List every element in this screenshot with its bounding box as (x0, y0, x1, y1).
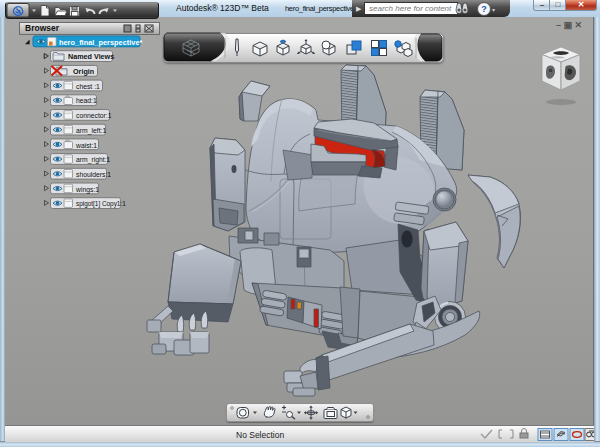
svg-text:hero_final_perspective*: hero_final_perspective* (59, 38, 143, 47)
svg-text:Origin: Origin (73, 67, 94, 76)
svg-text:chest :1: chest :1 (76, 83, 100, 90)
svg-text:waist:1: waist:1 (75, 142, 97, 149)
svg-text:arm_right:1: arm_right:1 (76, 156, 111, 164)
svg-text:wings:1: wings:1 (75, 186, 99, 194)
svg-text:shoulders:1: shoulders:1 (76, 171, 111, 178)
svg-text:head:1: head:1 (76, 97, 97, 104)
svg-text:Named Views: Named Views (68, 52, 114, 61)
svg-text:arm_left:1: arm_left:1 (76, 127, 106, 135)
svg-text:connector:1: connector:1 (76, 112, 112, 119)
svg-text:spigot[1] Copy1:1: spigot[1] Copy1:1 (76, 200, 126, 208)
